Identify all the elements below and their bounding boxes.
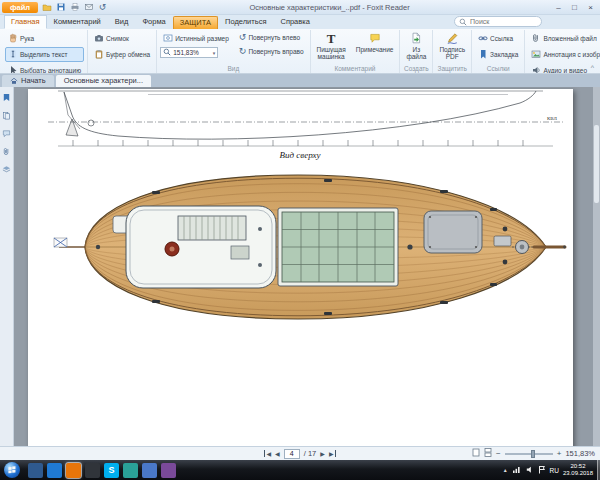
taskbar-app-icon-skype[interactable]: S [104, 463, 119, 478]
ribbon-group-protect: Подпись PDF Защитить [433, 30, 472, 73]
hidden-icons-chevron[interactable]: ▲ [503, 467, 508, 473]
audio-video-button[interactable]: Аудио и видео [528, 63, 600, 74]
pages-panel-button[interactable] [1, 110, 12, 121]
tab-document-label: Основные характери... [64, 76, 143, 85]
previous-page-button[interactable]: ◀ [275, 450, 280, 457]
ribbon-group-view: Истинный размер 151,83% ▾ ↺ Повернуть вл… [157, 30, 310, 73]
current-page-input[interactable] [284, 449, 300, 459]
first-page-button[interactable]: ◀ [264, 450, 271, 457]
bookmark-button[interactable]: Закладка [475, 47, 521, 62]
email-icon[interactable] [83, 2, 94, 13]
language-indicator[interactable]: RU [550, 467, 559, 474]
typewriter-button[interactable]: T Пишущая машинка [314, 31, 349, 61]
search-input[interactable] [470, 18, 534, 25]
taskbar-app-icon-4[interactable] [85, 463, 100, 478]
select-text-icon [8, 49, 18, 60]
collapse-ribbon-button[interactable]: ^ [591, 64, 594, 71]
taskbar-clock[interactable]: 20:52 23.09.2018 [563, 463, 593, 477]
windows-logo-icon [8, 466, 16, 474]
network-icon[interactable] [512, 465, 521, 476]
bookmark-label: Закладка [490, 51, 518, 58]
rotate-left-button[interactable]: ↺ Повернуть влево [236, 31, 307, 44]
link-button[interactable]: Ссылка [475, 31, 521, 46]
action-center-flag-icon[interactable] [538, 465, 546, 476]
zoom-controls: − + 151,83% [472, 448, 595, 459]
hand-tool-label: Рука [20, 35, 34, 42]
ribbon-tab-share[interactable]: Поделиться [218, 15, 273, 29]
from-file-button[interactable]: Из файла [403, 31, 429, 61]
windows-taskbar: S ▲ RU 20:52 23.09.2018 [0, 460, 600, 480]
zoom-slider-thumb[interactable] [531, 450, 535, 458]
link-icon [478, 33, 488, 44]
ribbon-tab-home[interactable]: Главная [4, 15, 47, 29]
system-tray: ▲ RU 20:52 23.09.2018 [503, 463, 593, 477]
ribbon-tab-comment[interactable]: Комментарий [47, 15, 108, 29]
bookmarks-panel-button[interactable] [1, 92, 12, 103]
ribbon-group-create: Из файла Создать [400, 30, 433, 73]
taskbar-app-icon-8[interactable] [161, 463, 176, 478]
taskbar-app-icon-foxit[interactable] [66, 463, 81, 478]
select-annotation-button[interactable]: Выбрать аннотацию [5, 63, 84, 74]
note-button[interactable]: Примечание [353, 31, 397, 54]
snapshot-button[interactable]: Снимок [91, 31, 153, 46]
start-button[interactable] [4, 462, 20, 478]
titlebar: файл ↺ Основные характеристики_..pdf - F… [0, 0, 600, 15]
zoom-out-button[interactable]: − [496, 450, 501, 458]
main-area: КВЛ Вид сверху [0, 87, 600, 446]
rotate-right-button[interactable]: ↻ Повернуть вправо [236, 45, 307, 58]
file-menu-button[interactable]: файл [2, 2, 38, 13]
vertical-scrollbar[interactable] [593, 87, 600, 446]
zoom-in-button[interactable]: + [557, 450, 562, 458]
attachments-panel-button[interactable] [1, 146, 12, 157]
clipboard-button[interactable]: Буфер обмена [91, 47, 153, 62]
comments-panel-button[interactable] [1, 128, 12, 139]
tab-document[interactable]: Основные характери... [56, 75, 151, 87]
attach-file-label: Вложенный файл [543, 35, 596, 42]
zoom-percentage[interactable]: 151,83% [565, 449, 595, 458]
next-page-button[interactable]: ▶ [320, 450, 325, 457]
open-icon[interactable] [41, 2, 52, 13]
layers-panel-button[interactable] [1, 164, 12, 175]
zoom-level-combobox[interactable]: 151,83% ▾ [160, 47, 218, 58]
ribbon-tab-help[interactable]: Справка [273, 15, 316, 29]
save-icon[interactable] [55, 2, 66, 13]
scrollbar-thumb[interactable] [594, 125, 599, 203]
undo-icon[interactable]: ↺ [97, 2, 108, 13]
ribbon-tab-protect[interactable]: ЗАЩИТА [173, 16, 218, 29]
taskbar-app-icon-2[interactable] [47, 463, 62, 478]
search-box[interactable] [454, 16, 542, 27]
stern-flag [54, 238, 67, 247]
chevron-down-icon[interactable]: ▾ [213, 50, 216, 56]
taskbar-app-icon-1[interactable] [28, 463, 43, 478]
console-box [231, 246, 249, 259]
hand-tool-button[interactable]: Рука [5, 31, 84, 46]
rotate-right-icon: ↻ [239, 47, 247, 56]
attach-file-button[interactable]: Вложенный файл [528, 31, 600, 46]
single-page-view-icon[interactable] [472, 448, 480, 459]
typewriter-label: Пишущая машинка [317, 46, 346, 60]
rotate-right-label: Повернуть вправо [248, 48, 303, 55]
ribbon-tab-view[interactable]: Вид [108, 15, 136, 29]
last-page-button[interactable]: ▶ [329, 450, 336, 457]
image-annotation-button[interactable]: Аннотация с изображением [528, 47, 600, 62]
actual-size-button[interactable]: Истинный размер [160, 31, 232, 46]
ribbon-group-clipboard: Снимок Буфер обмена [88, 30, 157, 73]
zoom-slider[interactable] [505, 453, 553, 455]
taskbar-app-icon-6[interactable] [123, 463, 138, 478]
continuous-view-icon[interactable] [484, 448, 492, 459]
ribbon-group-comment: T Пишущая машинка Примечание Комментарий [311, 30, 401, 73]
volume-icon[interactable] [525, 465, 534, 476]
minimize-button[interactable]: – [551, 2, 566, 13]
fore-hatch [424, 211, 482, 253]
cursor-icon [8, 65, 18, 74]
taskbar-app-icon-7[interactable] [142, 463, 157, 478]
ribbon-toolbar: Рука Выделить текст Выбрать аннотацию Сн… [0, 29, 600, 74]
document-canvas[interactable]: КВЛ Вид сверху [14, 87, 600, 446]
select-text-button[interactable]: Выделить текст [5, 47, 84, 62]
sign-pdf-button[interactable]: Подпись PDF [436, 31, 468, 61]
maximize-button[interactable]: □ [567, 2, 582, 13]
ribbon-tab-form[interactable]: Форма [135, 15, 172, 29]
print-icon[interactable] [69, 2, 80, 13]
tab-start-page[interactable]: Начать [2, 75, 54, 87]
close-button[interactable]: × [583, 2, 598, 13]
